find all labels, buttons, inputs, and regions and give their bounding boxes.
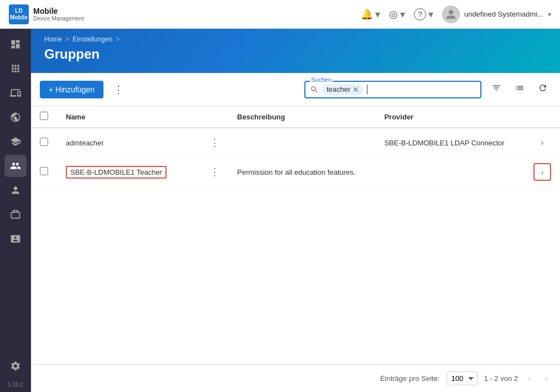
list-view-button[interactable] xyxy=(511,80,528,99)
breadcrumb-settings[interactable]: Einstellungen xyxy=(72,35,112,43)
refresh-icon xyxy=(538,83,548,93)
sidebar-item-profiles[interactable] xyxy=(4,106,27,128)
search-chip-text: teacher xyxy=(326,85,350,93)
search-chip-close[interactable]: ✕ xyxy=(352,85,359,94)
id-icon xyxy=(10,233,21,244)
breadcrumb-home[interactable]: Home xyxy=(44,35,62,43)
atom-icon xyxy=(10,112,21,123)
bell-icon: 🔔 xyxy=(361,8,373,20)
row-checkbox[interactable] xyxy=(40,167,48,175)
add-button[interactable]: + Hinzufügen xyxy=(40,81,103,98)
search-icon xyxy=(310,85,319,94)
help-button[interactable]: ? ▾ xyxy=(414,8,433,20)
row-checkbox[interactable] xyxy=(40,138,48,146)
dashboard-icon xyxy=(10,39,21,50)
header-name: Name xyxy=(57,106,201,128)
search-cursor xyxy=(367,85,367,95)
app-name: Mobile xyxy=(33,7,84,15)
list-icon xyxy=(515,83,525,93)
content-area: Home > Einstellungen > Gruppen + Hinzufü… xyxy=(31,29,560,392)
help-icon: ? xyxy=(414,8,426,20)
row-more-button[interactable]: ⋮ xyxy=(210,166,220,178)
version-label: 5.18.2 xyxy=(4,381,27,388)
sidebar-item-dashboard[interactable] xyxy=(4,33,27,55)
table-body: admteacher ⋮ SBE-B-LDMOBILE1 LDAP Connec… xyxy=(31,128,560,187)
page-header: Home > Einstellungen > Gruppen xyxy=(31,29,560,73)
next-page-button[interactable]: › xyxy=(541,370,551,386)
devices-icon xyxy=(10,87,21,98)
breadcrumb-sep2: > xyxy=(116,35,120,43)
user-menu[interactable]: undefined Systemadmi... ▾ xyxy=(442,6,551,23)
per-page-select[interactable]: 100 10 25 50 xyxy=(447,372,478,385)
search-label: Suchen xyxy=(310,76,333,83)
logo-area: LDMobile Mobile Device Management xyxy=(9,4,84,24)
sync-icon: ◎ xyxy=(389,8,398,20)
row-description: Permission for all education features. xyxy=(237,168,356,176)
filter-icon xyxy=(491,83,501,93)
more-options-button[interactable]: ⋮ xyxy=(110,81,127,98)
sidebar-item-groups[interactable] xyxy=(4,155,27,177)
groups-icon xyxy=(10,160,21,171)
row-detail-button-highlighted[interactable]: › xyxy=(533,163,551,181)
notification-button[interactable]: 🔔 ▾ xyxy=(361,8,380,20)
pagination-info: 1 - 2 von 2 xyxy=(484,374,518,383)
user-chevron: ▾ xyxy=(548,11,551,18)
breadcrumb: Home > Einstellungen > xyxy=(44,35,547,43)
users-icon xyxy=(10,185,21,196)
sidebar-item-settings[interactable] xyxy=(4,355,27,377)
row-name: admteacher xyxy=(66,139,104,147)
user-name-label: undefined Systemadmi... xyxy=(464,10,543,18)
prev-page-button[interactable]: ‹ xyxy=(525,370,535,386)
sidebar: 5.18.2 xyxy=(0,29,31,392)
breadcrumb-sep1: > xyxy=(65,35,69,43)
education-icon xyxy=(10,136,21,147)
groups-table: Name Beschreibung Provider admt xyxy=(31,106,560,187)
page-title: Gruppen xyxy=(44,46,547,62)
table-row: SBE-B-LDMOBILE1 Teacher ⋮ Permission for… xyxy=(31,158,560,187)
sidebar-item-education[interactable] xyxy=(4,130,27,153)
toolbar: + Hinzufügen ⋮ Suchen teacher ✕ xyxy=(31,73,560,106)
header-description: Beschreibung xyxy=(229,106,376,128)
table-header-row: Name Beschreibung Provider xyxy=(31,106,560,128)
sidebar-item-users[interactable] xyxy=(4,179,27,201)
row-name-highlighted: SBE-B-LDMOBILE1 Teacher xyxy=(66,166,167,179)
app-subtitle: Device Management xyxy=(33,15,84,22)
table-container: Name Beschreibung Provider admt xyxy=(31,106,560,364)
briefcase-icon xyxy=(10,209,21,220)
per-page-label: Einträge pro Seite: xyxy=(380,374,440,383)
row-more-button[interactable]: ⋮ xyxy=(210,137,220,149)
header-provider: Provider xyxy=(375,106,525,128)
pagination: Einträge pro Seite: 100 10 25 50 1 - 2 v… xyxy=(31,364,560,392)
search-chip: teacher ✕ xyxy=(322,84,364,95)
nav-actions: 🔔 ▾ ◎ ▾ ? ▾ undefined Systemadmi... ▾ xyxy=(361,6,551,23)
sync-button[interactable]: ◎ ▾ xyxy=(389,8,405,20)
top-navigation: LDMobile Mobile Device Management 🔔 ▾ ◎ … xyxy=(0,0,560,29)
sidebar-bottom: 5.18.2 xyxy=(4,355,27,388)
user-avatar xyxy=(442,6,460,23)
table-row: admteacher ⋮ SBE-B-LDMOBILE1 LDAP Connec… xyxy=(31,128,560,158)
apps-icon xyxy=(10,63,21,74)
sidebar-item-devices[interactable] xyxy=(4,82,27,104)
main-layout: 5.18.2 Home > Einstellungen > Gruppen + … xyxy=(0,29,560,392)
refresh-button[interactable] xyxy=(535,80,551,99)
settings-icon xyxy=(10,360,21,372)
sidebar-item-work[interactable] xyxy=(4,203,27,226)
sidebar-item-apps[interactable] xyxy=(4,58,27,80)
app-logo: LDMobile xyxy=(9,4,29,24)
row-detail-button[interactable]: › xyxy=(533,134,551,151)
filter-button[interactable] xyxy=(488,80,505,99)
search-box[interactable]: Suchen teacher ✕ xyxy=(304,81,481,98)
sidebar-item-identity[interactable] xyxy=(4,228,27,250)
row-provider: SBE-B-LDMOBILE1 LDAP Connector xyxy=(384,139,504,147)
header-checkbox-col xyxy=(31,106,57,128)
select-all-checkbox[interactable] xyxy=(40,112,48,120)
